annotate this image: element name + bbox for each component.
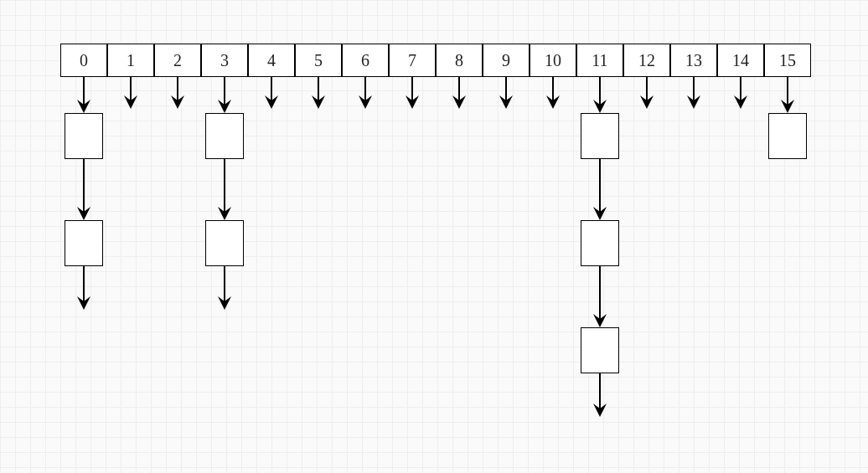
hash-slot-6: 6 <box>342 44 389 77</box>
hash-slot-7: 7 <box>389 44 436 77</box>
chain-node-0-1 <box>65 220 103 266</box>
hash-slot-8: 8 <box>436 44 483 77</box>
chain-node-3-0 <box>205 113 244 159</box>
chain-node-11-0 <box>581 113 619 159</box>
hash-slot-0: 0 <box>60 44 107 77</box>
hash-slot-12: 12 <box>623 44 670 77</box>
chain-node-3-1 <box>205 220 244 266</box>
chain-node-11-1 <box>581 220 619 266</box>
hash-slot-10: 10 <box>530 44 576 77</box>
hash-slot-9: 9 <box>483 44 530 77</box>
hash-slot-5: 5 <box>295 44 342 77</box>
hash-slot-11: 11 <box>576 44 623 77</box>
hash-slot-13: 13 <box>670 44 717 77</box>
hash-slot-15: 15 <box>764 44 811 77</box>
hash-slot-1: 1 <box>107 44 154 77</box>
hash-slot-3: 3 <box>201 44 248 77</box>
chain-node-0-0 <box>65 113 103 159</box>
chain-node-15-0 <box>768 113 807 159</box>
chain-node-11-2 <box>581 327 619 373</box>
hash-slot-4: 4 <box>248 44 295 77</box>
hash-slot-14: 14 <box>717 44 764 77</box>
hash-slot-2: 2 <box>154 44 201 77</box>
